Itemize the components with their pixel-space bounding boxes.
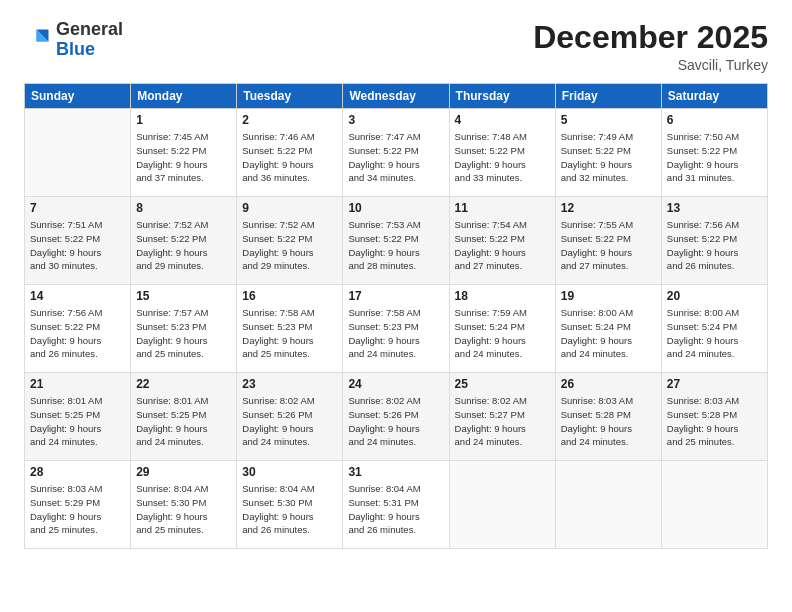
sunset-text: Sunset: 5:24 PM	[455, 320, 550, 334]
day-number: 31	[348, 465, 443, 479]
day-number: 18	[455, 289, 550, 303]
day-info: Sunrise: 8:03 AMSunset: 5:29 PMDaylight:…	[30, 482, 125, 537]
day-info: Sunrise: 8:02 AMSunset: 5:26 PMDaylight:…	[242, 394, 337, 449]
table-cell: 18Sunrise: 7:59 AMSunset: 5:24 PMDayligh…	[449, 285, 555, 373]
day-info: Sunrise: 8:04 AMSunset: 5:31 PMDaylight:…	[348, 482, 443, 537]
table-cell: 12Sunrise: 7:55 AMSunset: 5:22 PMDayligh…	[555, 197, 661, 285]
sunrise-text: Sunrise: 7:46 AM	[242, 130, 337, 144]
sunrise-text: Sunrise: 7:59 AM	[455, 306, 550, 320]
day-number: 11	[455, 201, 550, 215]
sunrise-text: Sunrise: 7:56 AM	[667, 218, 762, 232]
table-cell: 16Sunrise: 7:58 AMSunset: 5:23 PMDayligh…	[237, 285, 343, 373]
day-number: 27	[667, 377, 762, 391]
day-number: 12	[561, 201, 656, 215]
sunset-text: Sunset: 5:24 PM	[561, 320, 656, 334]
page: General Blue December 2025 Savcili, Turk…	[0, 0, 792, 612]
sunset-text: Sunset: 5:27 PM	[455, 408, 550, 422]
day-info: Sunrise: 8:02 AMSunset: 5:26 PMDaylight:…	[348, 394, 443, 449]
daylight-text: Daylight: 9 hoursand 25 minutes.	[136, 510, 231, 538]
sunrise-text: Sunrise: 7:52 AM	[136, 218, 231, 232]
logo-icon	[24, 26, 52, 54]
day-info: Sunrise: 8:03 AMSunset: 5:28 PMDaylight:…	[561, 394, 656, 449]
table-cell	[449, 461, 555, 549]
day-info: Sunrise: 8:04 AMSunset: 5:30 PMDaylight:…	[136, 482, 231, 537]
col-saturday: Saturday	[661, 84, 767, 109]
sunrise-text: Sunrise: 8:04 AM	[242, 482, 337, 496]
table-cell	[25, 109, 131, 197]
sunrise-text: Sunrise: 8:03 AM	[561, 394, 656, 408]
day-info: Sunrise: 7:52 AMSunset: 5:22 PMDaylight:…	[136, 218, 231, 273]
sunset-text: Sunset: 5:30 PM	[136, 496, 231, 510]
sunset-text: Sunset: 5:22 PM	[136, 232, 231, 246]
day-info: Sunrise: 7:46 AMSunset: 5:22 PMDaylight:…	[242, 130, 337, 185]
sunset-text: Sunset: 5:30 PM	[242, 496, 337, 510]
sunrise-text: Sunrise: 8:04 AM	[348, 482, 443, 496]
day-number: 17	[348, 289, 443, 303]
daylight-text: Daylight: 9 hoursand 30 minutes.	[30, 246, 125, 274]
location: Savcili, Turkey	[533, 57, 768, 73]
table-cell: 2Sunrise: 7:46 AMSunset: 5:22 PMDaylight…	[237, 109, 343, 197]
table-cell: 28Sunrise: 8:03 AMSunset: 5:29 PMDayligh…	[25, 461, 131, 549]
sunrise-text: Sunrise: 8:01 AM	[30, 394, 125, 408]
daylight-text: Daylight: 9 hoursand 24 minutes.	[455, 422, 550, 450]
sunset-text: Sunset: 5:28 PM	[561, 408, 656, 422]
day-number: 22	[136, 377, 231, 391]
sunset-text: Sunset: 5:26 PM	[348, 408, 443, 422]
day-info: Sunrise: 8:01 AMSunset: 5:25 PMDaylight:…	[30, 394, 125, 449]
sunrise-text: Sunrise: 8:01 AM	[136, 394, 231, 408]
table-cell: 3Sunrise: 7:47 AMSunset: 5:22 PMDaylight…	[343, 109, 449, 197]
day-number: 13	[667, 201, 762, 215]
day-info: Sunrise: 7:48 AMSunset: 5:22 PMDaylight:…	[455, 130, 550, 185]
table-cell: 21Sunrise: 8:01 AMSunset: 5:25 PMDayligh…	[25, 373, 131, 461]
daylight-text: Daylight: 9 hoursand 25 minutes.	[30, 510, 125, 538]
table-cell: 20Sunrise: 8:00 AMSunset: 5:24 PMDayligh…	[661, 285, 767, 373]
title-section: December 2025 Savcili, Turkey	[533, 20, 768, 73]
daylight-text: Daylight: 9 hoursand 27 minutes.	[455, 246, 550, 274]
table-cell: 4Sunrise: 7:48 AMSunset: 5:22 PMDaylight…	[449, 109, 555, 197]
day-number: 2	[242, 113, 337, 127]
table-cell: 15Sunrise: 7:57 AMSunset: 5:23 PMDayligh…	[131, 285, 237, 373]
daylight-text: Daylight: 9 hoursand 25 minutes.	[242, 334, 337, 362]
day-info: Sunrise: 8:00 AMSunset: 5:24 PMDaylight:…	[667, 306, 762, 361]
day-number: 6	[667, 113, 762, 127]
sunrise-text: Sunrise: 8:02 AM	[348, 394, 443, 408]
day-info: Sunrise: 7:49 AMSunset: 5:22 PMDaylight:…	[561, 130, 656, 185]
daylight-text: Daylight: 9 hoursand 24 minutes.	[561, 422, 656, 450]
table-cell: 7Sunrise: 7:51 AMSunset: 5:22 PMDaylight…	[25, 197, 131, 285]
calendar-week-1: 1Sunrise: 7:45 AMSunset: 5:22 PMDaylight…	[25, 109, 768, 197]
table-cell: 6Sunrise: 7:50 AMSunset: 5:22 PMDaylight…	[661, 109, 767, 197]
day-number: 16	[242, 289, 337, 303]
day-number: 26	[561, 377, 656, 391]
day-info: Sunrise: 8:02 AMSunset: 5:27 PMDaylight:…	[455, 394, 550, 449]
sunrise-text: Sunrise: 7:58 AM	[348, 306, 443, 320]
calendar-week-5: 28Sunrise: 8:03 AMSunset: 5:29 PMDayligh…	[25, 461, 768, 549]
day-info: Sunrise: 7:51 AMSunset: 5:22 PMDaylight:…	[30, 218, 125, 273]
sunrise-text: Sunrise: 7:56 AM	[30, 306, 125, 320]
table-cell: 9Sunrise: 7:52 AMSunset: 5:22 PMDaylight…	[237, 197, 343, 285]
sunset-text: Sunset: 5:23 PM	[348, 320, 443, 334]
day-number: 15	[136, 289, 231, 303]
daylight-text: Daylight: 9 hoursand 31 minutes.	[667, 158, 762, 186]
sunrise-text: Sunrise: 7:57 AM	[136, 306, 231, 320]
sunset-text: Sunset: 5:22 PM	[136, 144, 231, 158]
daylight-text: Daylight: 9 hoursand 24 minutes.	[136, 422, 231, 450]
day-number: 20	[667, 289, 762, 303]
day-info: Sunrise: 7:56 AMSunset: 5:22 PMDaylight:…	[30, 306, 125, 361]
daylight-text: Daylight: 9 hoursand 34 minutes.	[348, 158, 443, 186]
daylight-text: Daylight: 9 hoursand 29 minutes.	[136, 246, 231, 274]
table-cell: 1Sunrise: 7:45 AMSunset: 5:22 PMDaylight…	[131, 109, 237, 197]
table-cell: 27Sunrise: 8:03 AMSunset: 5:28 PMDayligh…	[661, 373, 767, 461]
sunrise-text: Sunrise: 7:49 AM	[561, 130, 656, 144]
daylight-text: Daylight: 9 hoursand 26 minutes.	[242, 510, 337, 538]
table-cell: 13Sunrise: 7:56 AMSunset: 5:22 PMDayligh…	[661, 197, 767, 285]
table-cell: 11Sunrise: 7:54 AMSunset: 5:22 PMDayligh…	[449, 197, 555, 285]
day-info: Sunrise: 8:03 AMSunset: 5:28 PMDaylight:…	[667, 394, 762, 449]
table-cell: 19Sunrise: 8:00 AMSunset: 5:24 PMDayligh…	[555, 285, 661, 373]
sunset-text: Sunset: 5:22 PM	[455, 232, 550, 246]
sunset-text: Sunset: 5:22 PM	[30, 232, 125, 246]
sunset-text: Sunset: 5:22 PM	[561, 232, 656, 246]
daylight-text: Daylight: 9 hoursand 26 minutes.	[667, 246, 762, 274]
sunset-text: Sunset: 5:25 PM	[136, 408, 231, 422]
day-number: 29	[136, 465, 231, 479]
table-cell: 10Sunrise: 7:53 AMSunset: 5:22 PMDayligh…	[343, 197, 449, 285]
